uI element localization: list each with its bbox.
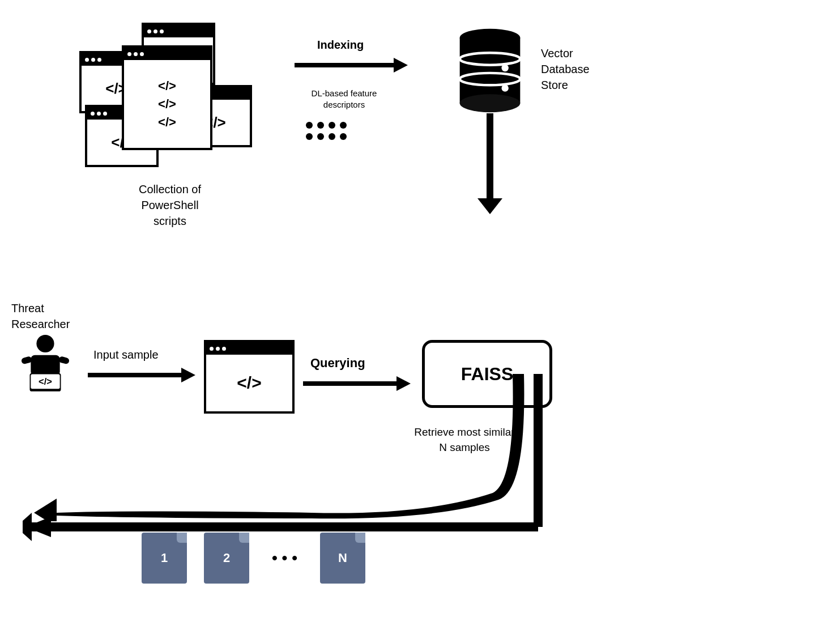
dots-separator: • • • (272, 549, 297, 567)
svg-point-3 (460, 29, 521, 47)
file-card-n: N (320, 533, 365, 584)
down-arrow (477, 113, 502, 214)
file-cards: 1 2 • • • N (142, 533, 365, 584)
input-label: Input sample (93, 348, 159, 361)
dl-label: DL-based feature descriptors (295, 88, 394, 110)
svg-rect-12 (58, 356, 70, 364)
diagram: </> </> </> </> </> </> </> Collection o… (0, 0, 840, 617)
file-card-2: 2 (204, 533, 249, 584)
vector-database (453, 23, 527, 113)
scripts-label: Collection of PowerShell scripts (79, 181, 261, 229)
svg-point-7 (501, 84, 508, 91)
svg-rect-11 (21, 356, 33, 364)
dl-dots (306, 122, 348, 141)
svg-point-9 (36, 335, 54, 352)
file-card-1: 1 (142, 533, 187, 584)
svg-point-8 (460, 94, 521, 112)
vector-db-label: Vector Database Store (541, 45, 590, 93)
svg-point-6 (501, 65, 508, 71)
researcher-label: Threat Researcher (11, 300, 70, 332)
scripts-group: </> </> </> </> </> </> </> (79, 17, 272, 176)
svg-marker-1 (394, 58, 408, 73)
indexing-label: Indexing (317, 39, 364, 52)
indexing-arrow (295, 57, 408, 74)
svg-rect-2 (460, 38, 521, 104)
script-window-center: </> </> </> (122, 45, 212, 150)
